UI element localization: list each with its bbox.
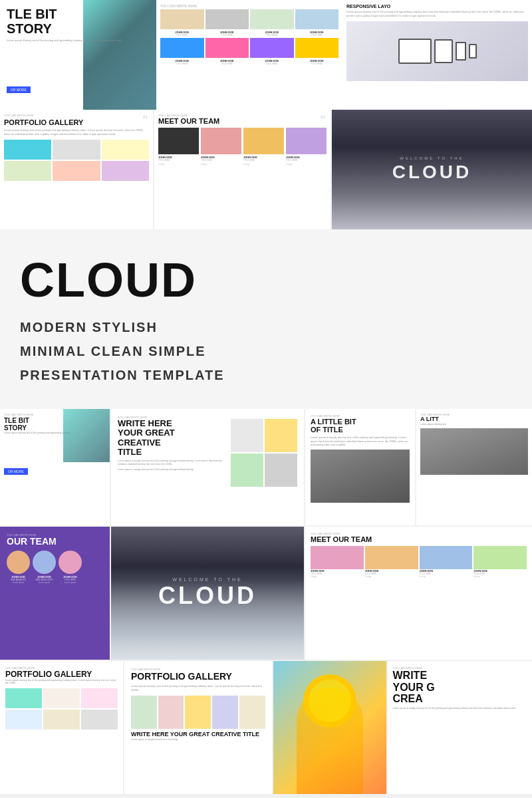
meet-team-grid: JOHN DOE TITLE HERE f t in g+ JOHN DOE T… [158,128,327,166]
cloud-center-text: WELCOME TO THE CLOUD [158,577,257,610]
portfolio-title: PORTFOLIO GALLERY [4,118,149,126]
port-sub-text: Lorem ipsum is simply dummy text of prin… [131,738,265,741]
list-item: JOHN DOE TITLE HERE f t in g+ [365,546,418,578]
gallery-img [81,688,118,708]
cloud-text: WELCOME TO THE CLOUD [392,156,472,183]
list-item: JOHN DOE WEB MANAGER Lorem ipsum [7,551,30,584]
slide-title: A LITT [420,416,528,423]
monitor-icon [398,39,432,64]
port-center-title: PORTFOLIO GALLERY [131,671,265,682]
social-links: f t in g+ [473,575,527,578]
small-phone-icon [469,44,477,59]
person-avatar [59,551,82,574]
portfolio-bottom-left: YOU CAN WRITE HERE PORTFOLIO GALLERY Lor… [0,661,123,794]
team-role: TITLE HERE [176,63,188,65]
social-links: f t in g+ [158,163,199,166]
slide-image [420,428,528,475]
story-more-btn[interactable]: OR MORE [7,86,31,93]
story-slide-small: YOU CAN WRITE HERE TLE BITSTORY Lorem ip… [0,409,110,525]
write-bottom-right-slide: YOU CAN WRITE HERE WRITE YOUR G CREA Lor… [388,661,533,794]
team-role: TITLE HERE [221,34,233,37]
gallery-img [265,419,297,452]
portfolio-header: YOU CAN WRITE HERE [4,114,149,117]
gallery-img [131,696,157,729]
social-links: f t in g+ [311,575,364,578]
more-btn-small[interactable]: OR MORE [4,468,28,475]
little-bit-title: A LITTLE BIT of Title [311,418,410,434]
list-item: JOHN DOE TITLE HERE [205,38,249,65]
list-item: JOHN DOE TITLE HERE f t in g+ [473,546,527,578]
list-item: JOHN DOE TITLE HERE Lorem ipsum [59,551,82,584]
little-bit-image [311,450,410,503]
responsive-text: Lorem ipsum dummy text of the printing a… [346,10,528,17]
slide-text: Lorem ipsum dummy text [420,423,528,426]
cloud-title: CLOUD [392,162,472,183]
list-item: JOHN DOE WEB DEVELOPER Lorem ipsum [33,551,56,584]
list-item: JOHN DOE TITLE HERE [205,9,249,37]
brand-name: CLOUD [20,256,512,304]
person-image [286,128,327,154]
brand-tagline-3: PRESENTATION TEMPLATE [20,365,512,385]
port-center-grid [131,696,265,729]
team-role: TITLE HERE [176,34,188,37]
team-role: TITLE HERE [221,63,233,65]
social-links: f t in g+ [420,575,473,578]
port-sub-title: WRITE HERE YOUR GREAT CREATIVE TITLE [131,732,265,738]
team-role: TITLE HERE [311,34,323,37]
gallery-img [5,688,42,708]
devices-image [346,21,528,81]
team-img [295,9,339,29]
write-creative-slide: YOU CAN WRITE HERE WRITE HERE YOUR GREAT… [111,409,304,525]
gallery-img [102,161,149,181]
responsive-title: RESPONSIVE LAYO [346,4,528,9]
social-links: f t in g+ [365,575,418,578]
port-center-text: Lorem ipsum dummy text of the printing a… [131,684,265,692]
gallery-img [4,161,51,181]
team-img [160,9,204,29]
person-image [158,128,199,154]
portfolio-text: Lorem ipsum dummy text of the printing a… [4,128,149,136]
row4-preview-strip: YOU CAN WRITE HERE OUR TEAM JOHN DOE WEB… [0,527,532,660]
team-img [205,9,249,29]
tablet-icon [434,39,453,63]
list-item: JOHN DOE TITLE HERE [250,38,294,65]
person-image [473,546,527,569]
person-role: TITLE HERE [158,159,199,162]
team-img [205,38,249,58]
little-bit-text: Lorem ipsum is simply dummy text of the … [311,436,410,447]
brand-tagline-1: MODERN STYLISH [20,317,512,337]
cloud-dark-slide: WELCOME TO THE CLOUD [332,110,532,229]
person-image [365,546,418,569]
person-avatar [7,551,30,574]
story-body: Lorem ipsum dummy text of the printing a… [7,39,150,43]
page-number: 01 [321,115,325,119]
gallery-img [81,710,118,730]
list-item: JOHN DOE TITLE HERE f t in g+ [201,128,241,166]
hat-shape [303,674,356,728]
list-item: JOHN DOE TITLE HERE f t in g+ [311,546,364,578]
meet-bottom-title: MEET OUR TEAM [311,535,527,543]
list-item: JOHN DOE TITLE HERE [295,38,339,65]
brand-section: CLOUD MODERN STYLISH MINIMAL CLEAN SIMPL… [0,229,532,409]
person-bio: Lorem ipsum [33,581,56,584]
row3-preview-strip: YOU CAN WRITE HERE TLE BITSTORY Lorem ip… [0,409,532,525]
list-item: JOHN DOE TITLE HERE f t in g+ [243,128,284,166]
person-image [311,546,364,569]
gallery-img [53,140,100,160]
portfolio-center-slide: YOU CAN WRITE HERE PORTFOLIO GALLERY Lor… [124,661,272,794]
list-item: JOHN DOE TITLE HERE f t in g+ [158,128,199,166]
list-item: JOHN DOE TITLE HERE f t in g+ [286,128,327,166]
person-image [420,546,473,569]
brand-tagline-2: MINIMAL CLEAN SIMPLE [20,341,512,361]
portfolio-grid [5,688,118,730]
story-title: TLE BIT STORY [7,7,150,36]
meet-team-bottom-slide: YOU CAN WRITE HERE MEET OUR TEAM JOHN DO… [305,527,532,660]
gallery-img [231,454,263,487]
team-img [160,38,204,58]
meet-team-title: MEET OUR TEAM [158,117,327,125]
write-image-grid [231,419,297,487]
gallery-img [5,710,42,730]
list-item: JOHN DOE TITLE HERE [160,9,204,37]
team-img [295,38,339,58]
write-title: WRITE HERE YOUR GREAT CREATIVE TITLE [118,419,227,457]
